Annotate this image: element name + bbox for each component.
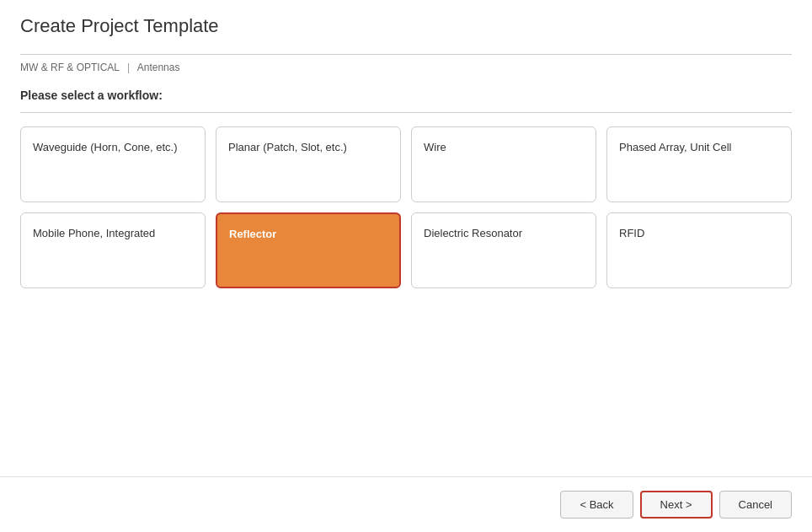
workflow-label-mobile-phone: Mobile Phone, Integrated [33, 227, 155, 239]
workflow-card-rfid[interactable]: RFID [606, 212, 792, 288]
section-divider [20, 112, 792, 113]
cancel-button[interactable]: Cancel [719, 491, 792, 519]
workflow-card-wire[interactable]: Wire [411, 126, 596, 202]
breadcrumb-separator: | [127, 62, 130, 73]
breadcrumb-part1: MW & RF & OPTICAL [20, 62, 120, 73]
workflow-label-rfid: RFID [619, 227, 644, 239]
workflow-label-planar: Planar (Patch, Slot, etc.) [228, 141, 347, 153]
workflow-card-mobile-phone[interactable]: Mobile Phone, Integrated [20, 212, 206, 288]
create-project-dialog: Create Project Template MW & RF & OPTICA… [0, 0, 812, 532]
back-button[interactable]: < Back [560, 491, 633, 519]
workflow-label-waveguide: Waveguide (Horn, Cone, etc.) [33, 141, 177, 153]
workflow-label-dielectric-resonator: Dielectric Resonator [424, 227, 522, 239]
breadcrumb-part2: Antennas [137, 62, 180, 73]
workflow-card-phased-array[interactable]: Phased Array, Unit Cell [606, 126, 792, 202]
workflow-card-planar[interactable]: Planar (Patch, Slot, etc.) [216, 126, 401, 202]
footer: < Back Next > Cancel [0, 476, 812, 532]
workflow-card-dielectric-resonator[interactable]: Dielectric Resonator [411, 212, 596, 288]
workflow-label-phased-array: Phased Array, Unit Cell [619, 141, 731, 153]
workflow-card-waveguide[interactable]: Waveguide (Horn, Cone, etc.) [20, 126, 206, 202]
breadcrumb: MW & RF & OPTICAL | Antennas [0, 55, 812, 80]
dialog-header: Create Project Template [0, 0, 812, 54]
workflow-label-wire: Wire [424, 141, 446, 153]
next-button[interactable]: Next > [640, 491, 713, 519]
workflow-label-reflector: Reflector [229, 228, 276, 240]
dialog-title: Create Project Template [20, 15, 792, 37]
section-label: Please select a workflow: [0, 80, 812, 112]
workflow-grid: Waveguide (Horn, Cone, etc.) Planar (Pat… [0, 126, 812, 288]
workflow-card-reflector[interactable]: Reflector [216, 212, 401, 288]
